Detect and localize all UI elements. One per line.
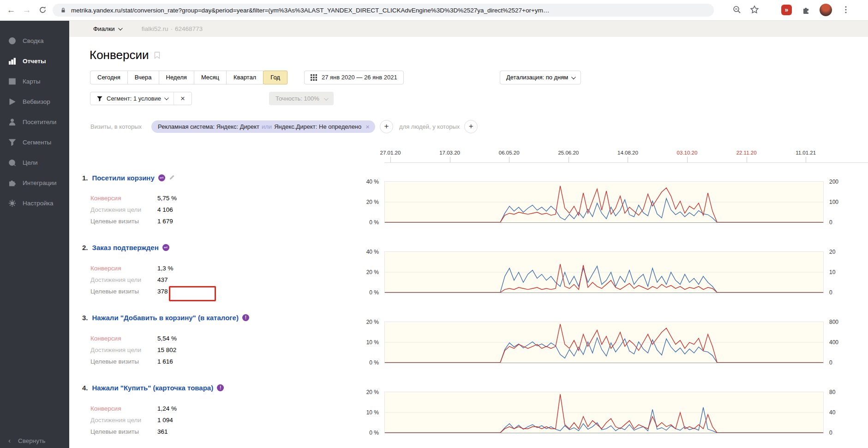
chevron-down-icon <box>324 96 329 101</box>
browser-chrome: ← → metrika.yandex.ru/stat/conversion_ra… <box>0 0 868 21</box>
period-yesterday-button[interactable]: Вчера <box>128 71 159 84</box>
period-quarter-button[interactable]: Квартал <box>227 71 263 84</box>
sidebar-item-summary[interactable]: Сводка <box>0 30 69 51</box>
goal-reaches-label: Достижения цели <box>90 206 157 213</box>
date-label: 03.10.20 <box>677 150 698 155</box>
conversion-value: 1,3 % <box>157 265 174 272</box>
edit-goal-icon[interactable] <box>169 173 176 182</box>
detail-dropdown[interactable]: Детализация: по дням <box>500 71 581 84</box>
target-visits-label: Целевые визиты <box>90 218 157 225</box>
gauge-icon <box>8 37 16 45</box>
chevron-down-icon <box>571 75 576 79</box>
conversion-chart[interactable] <box>384 251 824 293</box>
sidebar-item-reports[interactable]: Отчеты <box>0 51 69 71</box>
counter-selector[interactable]: Фиалки <box>93 25 121 32</box>
extensions-puzzle-icon[interactable] <box>802 5 812 15</box>
sidebar-item-maps[interactable]: Карты <box>0 71 69 91</box>
profile-avatar[interactable] <box>820 4 832 16</box>
conversion-chart[interactable] <box>384 181 824 223</box>
goal-section-3: 3. Нажали "Добавить в корзину" (в катало… <box>69 313 868 383</box>
date-label: 14.08.20 <box>617 150 638 155</box>
goal-reaches-label: Достижения цели <box>90 346 157 353</box>
date-label: 11.01.21 <box>796 150 816 155</box>
puzzle-icon <box>8 179 16 187</box>
bookmark-star-icon[interactable] <box>750 5 760 15</box>
goal-reaches-value: 4 106 <box>157 206 173 213</box>
accuracy-dropdown[interactable]: Точность: 100% <box>269 92 334 105</box>
right-axis: 2001000 <box>829 181 857 222</box>
counter-info: fialki52.ru·62468773 <box>142 25 205 32</box>
timeline-dates: 27.01.20 17.03.20 06.05.20 25.06.20 14.0… <box>384 150 823 156</box>
conversion-value: 1,24 % <box>157 405 177 412</box>
date-label: 25.06.20 <box>558 150 579 155</box>
target-visits-label: Целевые визиты <box>90 358 157 365</box>
layout-icon <box>8 78 16 85</box>
funnel-icon <box>8 138 16 146</box>
right-axis: 20100 <box>829 251 857 292</box>
target-visits-label: Целевые визиты <box>90 428 157 435</box>
filter-chip-ad-system[interactable]: Рекламная система: Яндекс: Директ или Ян… <box>151 120 375 133</box>
back-icon[interactable]: ← <box>6 5 17 16</box>
bar-chart-icon <box>8 57 16 65</box>
target-visits-value: 378 <box>157 288 168 295</box>
goal-title-link[interactable]: Нажали "Добавить в корзину" (в каталоге) <box>92 314 239 322</box>
conversion-chart[interactable] <box>384 322 824 363</box>
play-icon <box>8 98 16 106</box>
conversion-label: Конверсия <box>90 405 157 412</box>
goal-number: 4. <box>82 384 88 392</box>
target-visits-label: Целевые визиты <box>90 288 157 295</box>
zoom-out-icon[interactable] <box>732 5 742 15</box>
date-label: 27.01.20 <box>380 150 401 155</box>
left-axis: 20 %10 %0 % <box>329 392 379 432</box>
sidebar-item-settings[interactable]: Настройка <box>0 193 69 213</box>
segment-dropdown[interactable]: Сегмент: 1 условие <box>90 92 174 105</box>
date-range-button[interactable]: 27 янв 2020 — 26 янв 2021 <box>304 71 404 84</box>
target-visits-value: 1 679 <box>157 218 173 225</box>
goal-reaches-value: 1 094 <box>157 417 173 424</box>
conversion-label: Конверсия <box>90 195 157 202</box>
period-year-button[interactable]: Год <box>263 71 287 84</box>
extension-badge-icon[interactable]: » <box>781 5 792 15</box>
goal-title-link[interactable]: Заказ подтвержден <box>92 244 159 251</box>
forward-icon[interactable]: → <box>21 5 32 16</box>
goal-section-1: 1. Посетили корзину url Конверсия5,75 % … <box>69 173 868 243</box>
conversion-label: Конверсия <box>90 335 157 342</box>
chip-remove-icon[interactable]: × <box>365 123 370 131</box>
person-icon <box>8 118 16 126</box>
sidebar: Сводка Отчеты Карты Вебвизор Посетители … <box>0 20 69 448</box>
conversion-label: Конверсия <box>90 265 157 272</box>
kebab-menu-icon[interactable] <box>841 5 851 15</box>
period-week-button[interactable]: Неделя <box>159 71 194 84</box>
sidebar-item-integrations[interactable]: Интеграции <box>0 173 69 193</box>
conversion-value: 5,75 % <box>157 195 177 202</box>
sidebar-item-webvisor[interactable]: Вебвизор <box>0 91 69 112</box>
left-axis: 40 %20 %0 % <box>329 251 379 292</box>
chevron-left-icon: ‹ <box>8 436 11 444</box>
goal-number: 1. <box>82 174 88 182</box>
visits-condition-label: Визиты, в которых <box>90 123 142 130</box>
period-month-button[interactable]: Месяц <box>194 71 227 84</box>
url-text: metrika.yandex.ru/stat/conversion_rate?g… <box>71 7 549 14</box>
right-axis: 80400 <box>829 392 857 432</box>
segment-clear-button[interactable]: × <box>174 92 192 105</box>
sidebar-collapse-button[interactable]: ‹Свернуть <box>8 436 45 444</box>
sidebar-item-visitors[interactable]: Посетители <box>0 112 69 132</box>
target-visits-value: 1 616 <box>157 358 173 365</box>
conversion-chart[interactable] <box>384 392 824 433</box>
page-title: Конверсии <box>90 48 160 62</box>
period-today-button[interactable]: Сегодня <box>90 71 128 84</box>
calendar-grid-icon <box>311 74 317 81</box>
goal-title-link[interactable]: Нажали "Купить" (карточка товара) <box>92 384 214 392</box>
sidebar-item-segments[interactable]: Сегменты <box>0 132 69 152</box>
date-label: 17.03.20 <box>439 150 460 155</box>
goal-title-link[interactable]: Посетили корзину <box>92 174 155 182</box>
left-axis: 40 %20 %0 % <box>329 181 379 222</box>
add-people-condition-button[interactable]: + <box>464 120 478 133</box>
bookmark-icon[interactable] <box>154 48 160 62</box>
reload-icon[interactable] <box>37 5 48 16</box>
url-goal-badge: url <box>158 174 165 181</box>
goal-reaches-label: Достижения цели <box>90 417 157 424</box>
url-bar[interactable]: metrika.yandex.ru/stat/conversion_rate?g… <box>53 4 714 17</box>
add-visit-condition-button[interactable]: + <box>380 120 393 133</box>
sidebar-item-goals[interactable]: Цели <box>0 152 69 173</box>
